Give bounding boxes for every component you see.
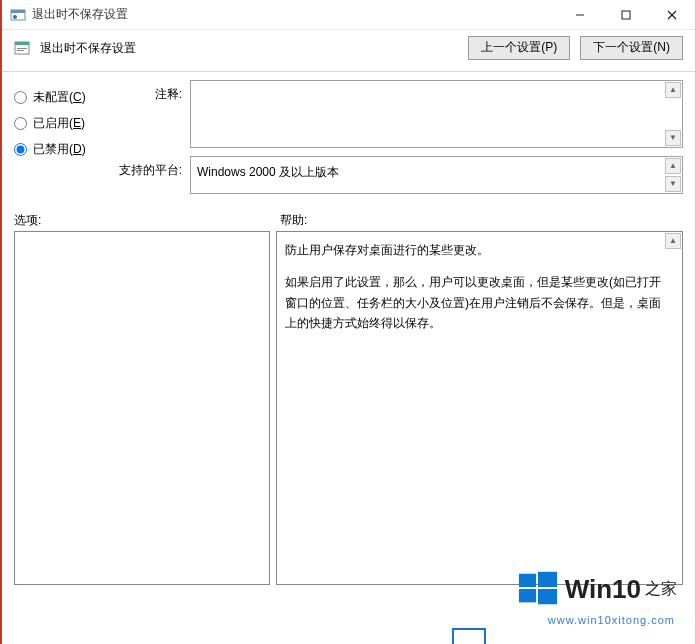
maximize-button[interactable] bbox=[603, 0, 649, 29]
svg-rect-10 bbox=[17, 50, 24, 51]
next-setting-button[interactable]: 下一个设置(N) bbox=[580, 36, 683, 60]
radio-group: 未配置(C) 已启用(E) 已禁用(D) bbox=[14, 80, 98, 202]
button-label: 上一个设置(P) bbox=[481, 39, 557, 56]
partial-button[interactable] bbox=[452, 628, 486, 644]
window-title: 退出时不保存设置 bbox=[32, 6, 557, 23]
right-column: 注释: ▲ ▼ 支持的平台: Windows 2000 及以上版本 ▲ ▼ bbox=[110, 80, 683, 202]
radio-label: 已禁用(D) bbox=[33, 141, 86, 158]
svg-point-2 bbox=[13, 15, 17, 19]
help-label: 帮助: bbox=[280, 212, 683, 229]
scroll-down-icon[interactable]: ▼ bbox=[665, 130, 681, 146]
config-area: 未配置(C) 已启用(E) 已禁用(D) 注释: ▲ ▼ 支持的平台 bbox=[2, 72, 695, 206]
scroll-up-icon[interactable]: ▲ bbox=[665, 158, 681, 174]
window-controls bbox=[557, 0, 695, 29]
help-text: 防止用户保存对桌面进行的某些更改。 bbox=[285, 240, 662, 260]
platform-row: 支持的平台: Windows 2000 及以上版本 ▲ ▼ bbox=[110, 156, 683, 194]
radio-not-configured[interactable]: 未配置(C) bbox=[14, 84, 98, 110]
help-text: 如果启用了此设置，那么，用户可以更改桌面，但是某些更改(如已打开窗口的位置、任务… bbox=[285, 272, 662, 333]
comment-row: 注释: ▲ ▼ bbox=[110, 80, 683, 148]
options-panel bbox=[14, 231, 270, 585]
comment-label: 注释: bbox=[110, 80, 182, 103]
previous-setting-button[interactable]: 上一个设置(P) bbox=[468, 36, 570, 60]
radio-input[interactable] bbox=[14, 117, 27, 130]
close-button[interactable] bbox=[649, 0, 695, 29]
radio-input[interactable] bbox=[14, 91, 27, 104]
scroll-down-icon[interactable]: ▼ bbox=[665, 176, 681, 192]
minimize-button[interactable] bbox=[557, 0, 603, 29]
panels-area: ▲ 防止用户保存对桌面进行的某些更改。 如果启用了此设置，那么，用户可以更改桌面… bbox=[2, 231, 695, 585]
help-panel: ▲ 防止用户保存对桌面进行的某些更改。 如果启用了此设置，那么，用户可以更改桌面… bbox=[276, 231, 683, 585]
radio-disabled[interactable]: 已禁用(D) bbox=[14, 136, 98, 162]
radio-input[interactable] bbox=[14, 143, 27, 156]
radio-label: 未配置(C) bbox=[33, 89, 86, 106]
watermark-url: www.win10xitong.com bbox=[548, 614, 675, 626]
comment-textarea[interactable]: ▲ ▼ bbox=[190, 80, 683, 148]
svg-rect-14 bbox=[538, 589, 557, 604]
svg-rect-8 bbox=[15, 42, 29, 45]
header-band: 退出时不保存设置 上一个设置(P) 下一个设置(N) bbox=[2, 30, 695, 72]
svg-rect-13 bbox=[519, 589, 536, 602]
policy-icon bbox=[10, 7, 26, 23]
platform-label: 支持的平台: bbox=[110, 156, 182, 179]
svg-rect-1 bbox=[11, 10, 25, 13]
options-label: 选项: bbox=[14, 212, 280, 229]
radio-enabled[interactable]: 已启用(E) bbox=[14, 110, 98, 136]
platform-value: Windows 2000 及以上版本 bbox=[197, 165, 339, 179]
scroll-up-icon[interactable]: ▲ bbox=[665, 233, 681, 249]
dialog-window: 退出时不保存设置 退出时不保存设置 上一个设置(P) 下一个设置(N) bbox=[0, 0, 696, 644]
titlebar: 退出时不保存设置 bbox=[2, 0, 695, 30]
radio-label: 已启用(E) bbox=[33, 115, 85, 132]
svg-rect-9 bbox=[17, 48, 27, 49]
scroll-up-icon[interactable]: ▲ bbox=[665, 82, 681, 98]
button-label: 下一个设置(N) bbox=[593, 39, 670, 56]
panel-labels: 选项: 帮助: bbox=[2, 206, 695, 231]
policy-title: 退出时不保存设置 bbox=[40, 38, 458, 57]
policy-icon bbox=[14, 40, 30, 56]
platform-box: Windows 2000 及以上版本 ▲ ▼ bbox=[190, 156, 683, 194]
svg-rect-4 bbox=[622, 11, 630, 19]
